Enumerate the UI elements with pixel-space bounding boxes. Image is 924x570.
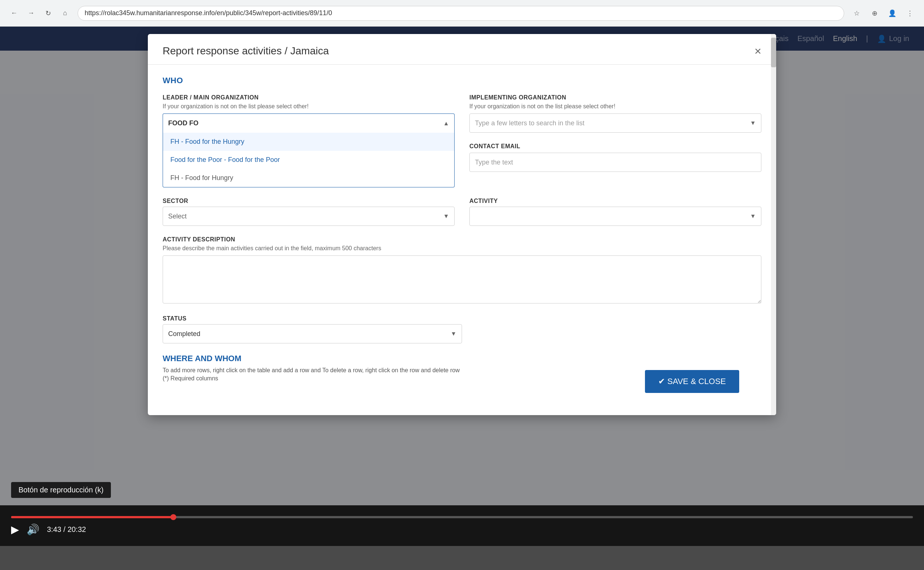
- scroll-thumb[interactable]: [771, 38, 776, 67]
- dropdown-item-2[interactable]: Food for the Poor - Food for the Poor: [163, 151, 454, 169]
- modal-dialog: Report response activities / Jamaica × W…: [148, 34, 776, 415]
- contact-email-input[interactable]: Type the text: [470, 153, 761, 172]
- save-close-button[interactable]: ✔ SAVE & CLOSE: [645, 370, 739, 393]
- contact-email-label: CONTACT EMAIL: [470, 143, 761, 150]
- leader-col: LEADER / MAIN ORGANIZATION If your organ…: [163, 94, 454, 187]
- implementing-search-input[interactable]: Type a few letters to search in the list…: [470, 113, 761, 133]
- implementing-sublabel: If your organization is not on the list …: [470, 103, 761, 110]
- leader-dropdown-arrow-icon: ▲: [443, 120, 449, 127]
- modal-header: Report response activities / Jamaica ×: [148, 34, 776, 65]
- home-button[interactable]: ⌂: [58, 7, 72, 20]
- status-dropdown-wrapper: Completed ▼: [163, 324, 462, 343]
- forward-button[interactable]: →: [24, 7, 38, 20]
- status-section: STATUS Completed ▼: [163, 315, 761, 343]
- activity-select[interactable]: ▼: [470, 207, 761, 226]
- activity-description-sublabel: Please describe the main activities carr…: [163, 245, 761, 252]
- video-tooltip: Botón de reproducción (k): [11, 482, 111, 498]
- modal-overlay: Report response activities / Jamaica × W…: [0, 27, 924, 546]
- sector-dropdown-arrow-icon: ▼: [443, 213, 449, 219]
- profile-button[interactable]: 👤: [886, 7, 899, 20]
- play-button[interactable]: ▶: [11, 523, 19, 536]
- implementing-col: IMPLEMENTING ORGANIZATION If your organi…: [470, 94, 761, 187]
- status-value: Completed: [168, 330, 200, 338]
- leader-implementing-row: LEADER / MAIN ORGANIZATION If your organ…: [163, 94, 761, 187]
- status-select[interactable]: Completed ▼: [163, 324, 462, 343]
- sector-activity-row: SECTOR Select ▼ ACTIVITY ▼: [163, 198, 761, 226]
- sector-col: SECTOR Select ▼: [163, 198, 454, 226]
- time-total: 20:32: [67, 525, 86, 533]
- activity-label: ACTIVITY: [470, 198, 761, 204]
- implementing-dropdown-arrow-icon: ▼: [750, 120, 756, 126]
- status-label: STATUS: [163, 315, 761, 322]
- activity-description-label: ACTIVITY DESCRIPTION: [163, 236, 761, 243]
- leader-dropdown-box: FH - Food for the Hungry Food for the Po…: [163, 133, 454, 187]
- activity-dropdown-arrow-icon: ▼: [750, 213, 756, 219]
- extensions-button[interactable]: ⊕: [868, 7, 881, 20]
- sector-value: Select: [168, 213, 187, 220]
- implementing-label: IMPLEMENTING ORGANIZATION: [470, 94, 761, 101]
- leader-label: LEADER / MAIN ORGANIZATION: [163, 94, 454, 101]
- back-button[interactable]: ←: [8, 7, 21, 20]
- url-text: https://rolac345w.humanitarianresponse.i…: [85, 9, 332, 17]
- leader-search-value: FOOD FO: [168, 120, 199, 127]
- time-current: 3:43: [47, 525, 61, 533]
- video-player-bar: Botón de reproducción (k) ▶ 🔊 3:43 / 20:…: [0, 505, 924, 546]
- browser-nav-icons: ← → ↻ ⌂: [8, 7, 72, 20]
- contact-email-placeholder: Type the text: [475, 159, 513, 166]
- video-time: 3:43 / 20:32: [47, 525, 86, 534]
- leader-sublabel: If your organization is not on the list …: [163, 103, 454, 110]
- page-background: Français Español English | 👤 Log in Repo…: [0, 27, 924, 546]
- video-controls: ▶ 🔊 3:43 / 20:32: [11, 523, 913, 536]
- modal-title: Report response activities / Jamaica: [163, 45, 329, 57]
- refresh-button[interactable]: ↻: [41, 7, 55, 20]
- implementing-placeholder: Type a few letters to search in the list: [475, 120, 584, 127]
- time-separator: /: [64, 525, 67, 533]
- bookmark-button[interactable]: ☆: [850, 7, 863, 20]
- modal-close-button[interactable]: ×: [754, 45, 761, 57]
- where-heading: WHERE AND WHOM: [163, 354, 761, 363]
- video-progress-indicator: [170, 514, 176, 520]
- leader-search-input[interactable]: FOOD FO ▲: [163, 113, 454, 133]
- modal-body: WHO LEADER / MAIN ORGANIZATION If your o…: [148, 65, 776, 415]
- sector-select[interactable]: Select ▼: [163, 207, 454, 226]
- activity-description-textarea[interactable]: [163, 256, 761, 303]
- activity-col: ACTIVITY ▼: [470, 198, 761, 226]
- menu-button[interactable]: ⋮: [903, 7, 916, 20]
- video-progress-played: [11, 516, 173, 518]
- video-progress-bar[interactable]: [11, 516, 913, 518]
- scrollbar[interactable]: [771, 34, 776, 415]
- browser-actions: ☆ ⊕ 👤 ⋮: [850, 7, 916, 20]
- volume-button[interactable]: 🔊: [27, 523, 40, 536]
- status-dropdown-arrow-icon: ▼: [451, 331, 456, 337]
- who-section-heading: WHO: [163, 76, 761, 86]
- sector-label: SECTOR: [163, 198, 454, 204]
- dropdown-item-1[interactable]: FH - Food for the Hungry: [163, 133, 454, 151]
- address-bar[interactable]: https://rolac345w.humanitarianresponse.i…: [78, 6, 844, 21]
- browser-chrome: ← → ↻ ⌂ https://rolac345w.humanitarianre…: [0, 0, 924, 27]
- dropdown-item-3[interactable]: FH - Food for Hungry: [163, 169, 454, 187]
- activity-description-section: ACTIVITY DESCRIPTION Please describe the…: [163, 236, 761, 305]
